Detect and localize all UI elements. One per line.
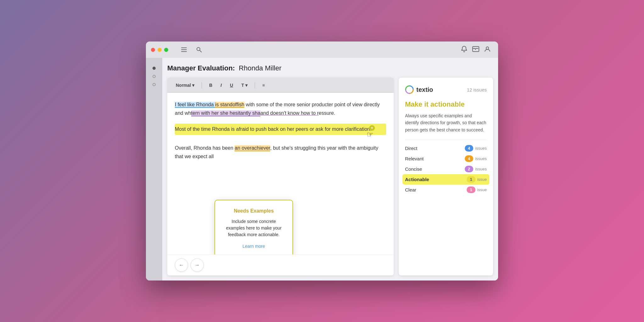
header-nav — [173, 44, 210, 55]
editor-text-area[interactable]: I feel like Rhonda is standoffish with s… — [167, 93, 394, 254]
editor-header-area: Manager Evaluation: Rhonda Miller — [162, 58, 498, 73]
svg-rect-0 — [181, 47, 187, 48]
editor-footer: ← → — [167, 254, 394, 275]
textio-logo-icon — [405, 85, 414, 94]
maximize-button[interactable] — [164, 48, 168, 52]
tooltip-container: Needs Examples Include some concrete exa… — [214, 200, 293, 254]
issue-row-concise[interactable]: Concise 2 issues — [405, 166, 487, 172]
issue-label-actionable: Actionable — [405, 177, 429, 182]
app-window: Manager Evaluation: Rhonda Miller Normal… — [146, 42, 498, 280]
sidebar-dots — [153, 67, 156, 86]
cursor-container: + ☞ — [367, 128, 374, 141]
issues-count-label: 12 issues — [467, 87, 487, 92]
underline-button[interactable]: U — [226, 81, 236, 89]
paragraph-1: I feel like Rhonda is standoffish with s… — [175, 100, 386, 117]
highlight-purple-text: tern with her she hesitantly sha — [191, 110, 261, 116]
svg-rect-2 — [181, 51, 187, 52]
tooltip-body: Include some concrete examples here to m… — [223, 218, 285, 238]
panel-header: textio 12 issues — [405, 85, 487, 94]
issue-label-direct: Direct — [405, 146, 417, 151]
list-button[interactable]: ≡ — [259, 81, 268, 89]
chevron-down-icon-text: ▾ — [245, 83, 247, 88]
panel-headline: Make it actionable — [405, 100, 487, 108]
close-button[interactable] — [151, 48, 155, 52]
tooltip-title: Needs Examples — [223, 207, 285, 215]
tooltip-learn-more-link[interactable]: Learn more — [242, 244, 265, 249]
header-icons-right — [461, 46, 493, 54]
chevron-down-icon: ▾ — [192, 83, 194, 88]
panel-description: Always use specific examples and identif… — [405, 112, 487, 133]
issue-label-clear: Clear — [405, 187, 416, 192]
menu-icon[interactable] — [178, 44, 190, 55]
bold-button[interactable]: B — [206, 81, 216, 89]
user-icon[interactable] — [484, 46, 491, 54]
search-icon[interactable] — [193, 44, 205, 55]
svg-point-3 — [197, 47, 200, 51]
font-style-dropdown[interactable]: Normal ▾ — [172, 81, 198, 89]
titlebar — [146, 42, 498, 58]
badge-clear: 1 — [467, 186, 475, 193]
issue-label-concise: Concise — [405, 166, 422, 172]
issue-label-relevant: Relevant — [405, 156, 424, 161]
issue-row-actionable[interactable]: Actionable 1 issue — [402, 174, 489, 185]
page-title: Manager Evaluation: Rhonda Miller — [167, 64, 493, 72]
issues-list: Direct 4 issues Relevant 4 issues — [405, 145, 487, 193]
svg-point-6 — [486, 47, 489, 49]
plus-icon: + — [369, 125, 375, 131]
right-panel: textio 12 issues Make it actionable Alwa… — [399, 78, 493, 275]
content-area: Normal ▾ B I U T ▾ ≡ — [162, 73, 498, 280]
textio-brand-name: textio — [416, 86, 433, 93]
badge-direct: 4 — [465, 145, 473, 152]
highlight-orange-text: is standoffish — [215, 102, 244, 108]
text-style-button[interactable]: T ▾ — [238, 81, 251, 89]
sidebar — [146, 58, 162, 280]
badge-text-actionable: issue — [477, 177, 487, 182]
toolbar-separator-2 — [255, 82, 255, 88]
inbox-icon[interactable] — [472, 46, 479, 53]
badge-relevant: 4 — [465, 155, 473, 162]
badge-text-clear: issue — [477, 187, 487, 192]
needs-examples-tooltip: Needs Examples Include some concrete exa… — [214, 200, 293, 254]
paragraph-2: Overall, Rhonda has been an overachiever… — [175, 144, 386, 161]
badge-concise: 2 — [465, 166, 473, 172]
badge-text-relevant: issues — [475, 156, 487, 161]
sidebar-dot-1[interactable] — [153, 67, 156, 70]
badge-actionable: 1 — [467, 176, 475, 183]
sidebar-dot-3[interactable] — [153, 83, 156, 86]
overachiever-highlight: an overachiever — [235, 145, 270, 151]
svg-line-4 — [200, 50, 202, 52]
italic-button[interactable]: I — [217, 81, 225, 89]
issue-row-direct[interactable]: Direct 4 issues — [405, 145, 487, 152]
badge-group-clear: 1 issue — [467, 186, 487, 193]
badge-group-relevant: 4 issues — [465, 155, 487, 162]
badge-group-direct: 4 issues — [465, 145, 487, 152]
sidebar-dot-2[interactable] — [153, 75, 156, 78]
editor-panel: Normal ▾ B I U T ▾ ≡ — [167, 78, 394, 275]
issue-row-relevant[interactable]: Relevant 4 issues — [405, 155, 487, 162]
underline-purple-text: and doesn't know how to r — [260, 110, 319, 116]
forward-button[interactable]: → — [191, 258, 204, 272]
badge-group-concise: 2 issues — [465, 166, 487, 172]
highlighted-paragraph: Most of the time Rhonda is afraid to pus… — [175, 124, 386, 135]
highlight-blue-text: I feel like Rhonda — [175, 102, 215, 108]
badge-text-direct: issues — [475, 146, 487, 151]
cursor-hand-icon: ☞ — [367, 130, 374, 139]
back-button[interactable]: ← — [175, 258, 188, 272]
panel-divider — [405, 140, 487, 140]
svg-rect-1 — [181, 49, 187, 50]
minimize-button[interactable] — [158, 48, 162, 52]
app-body: Manager Evaluation: Rhonda Miller Normal… — [146, 58, 498, 280]
notification-icon[interactable] — [461, 46, 467, 54]
badge-text-concise: issues — [475, 167, 487, 171]
textio-logo: textio — [405, 85, 433, 94]
issue-row-clear[interactable]: Clear 1 issue — [405, 186, 487, 193]
badge-group-actionable: 1 issue — [467, 176, 487, 183]
editor-toolbar: Normal ▾ B I U T ▾ ≡ — [167, 78, 394, 93]
traffic-lights — [151, 48, 168, 52]
toolbar-separator-1 — [202, 82, 202, 88]
